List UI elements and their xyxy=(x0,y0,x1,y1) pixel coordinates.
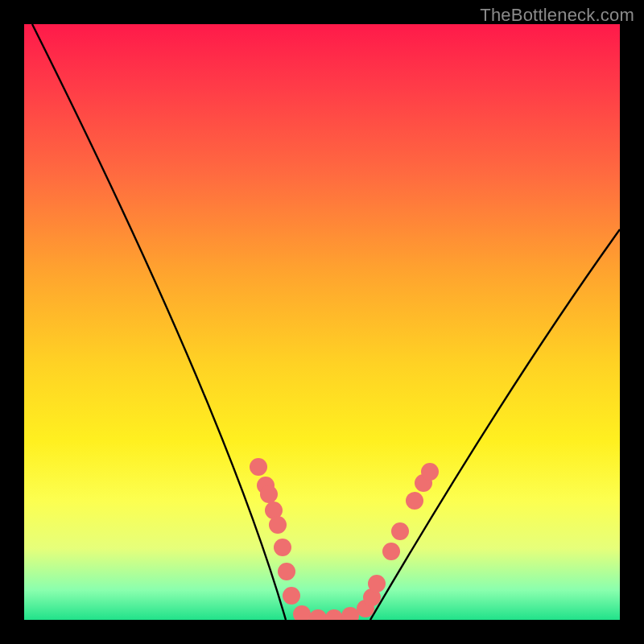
curve-overlay xyxy=(24,24,620,620)
dot xyxy=(406,492,423,510)
dot xyxy=(421,463,439,481)
dot xyxy=(269,516,287,534)
dot xyxy=(341,607,359,620)
dot xyxy=(325,609,343,620)
watermark-text: TheBottleneck.com xyxy=(480,5,634,26)
dot xyxy=(260,485,278,503)
dot xyxy=(250,458,267,476)
dot xyxy=(368,575,386,592)
dot xyxy=(293,605,311,620)
dot xyxy=(283,587,300,605)
dot xyxy=(278,563,295,580)
right-curve xyxy=(370,229,620,620)
dot xyxy=(391,522,409,540)
left-curve xyxy=(32,24,286,620)
dot xyxy=(274,539,291,556)
dot xyxy=(382,543,400,560)
dot xyxy=(309,609,327,620)
